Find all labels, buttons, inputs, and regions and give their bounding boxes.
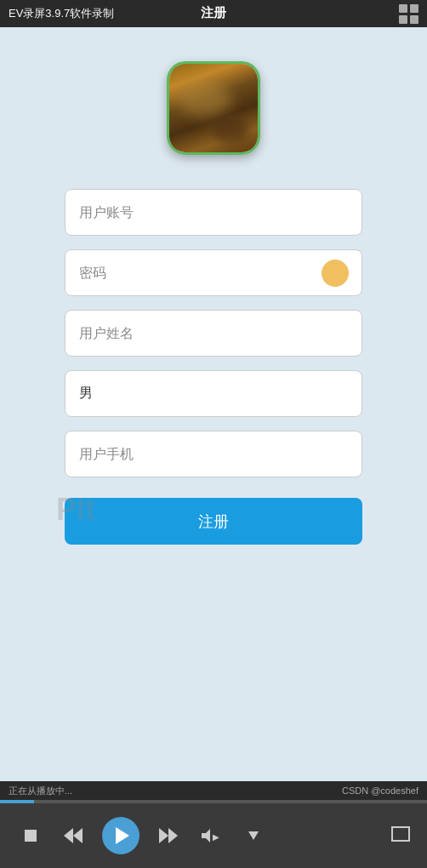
svg-rect-8 [392,827,409,841]
forward-button[interactable] [155,822,182,849]
fullscreen-button[interactable] [391,826,410,846]
progress-track[interactable] [0,800,427,803]
app-name-label: EV录屏3.9.7软件录制 [9,6,114,21]
stop-icon [23,828,38,843]
phone-input[interactable] [65,431,362,477]
svg-marker-7 [248,831,259,840]
window-dot-2 [410,4,418,13]
app-icon-image [169,64,258,152]
rewind-button[interactable] [60,822,87,849]
password-input[interactable] [65,249,362,296]
username-input[interactable] [65,189,362,236]
stop-button[interactable] [17,822,44,849]
window-dot-1 [399,4,407,13]
password-toggle-button[interactable] [322,260,349,287]
volume-dropdown-button[interactable] [240,822,267,849]
title-bar-left: EV录屏3.9.7软件录制 [9,6,114,21]
gender-input[interactable] [65,370,362,417]
media-player-bar: ▶ [0,800,427,868]
volume-icon: ▶ [202,828,220,843]
play-button[interactable] [102,817,139,854]
svg-marker-1 [73,828,83,843]
play-icon [116,827,129,844]
svg-marker-5 [202,829,210,842]
svg-marker-3 [159,828,168,843]
status-bar: 正在从播放中... CSDN @codeshef [0,781,427,800]
volume-button[interactable]: ▶ [197,822,225,849]
media-right-controls [391,826,410,846]
svg-marker-4 [168,828,178,843]
status-text: 正在从播放中... [9,785,72,797]
password-wrapper [65,249,362,296]
progress-fill [0,800,34,803]
register-button[interactable]: 注册 [65,498,362,545]
main-content: 注册 [0,27,427,800]
csdn-badge: CSDN @codeshef [342,785,418,796]
app-icon [167,61,260,155]
register-form: 注册 [65,189,362,545]
window-dot-4 [410,15,418,24]
window-controls[interactable] [399,4,418,24]
window-dot-3 [399,15,407,24]
forward-icon [159,828,178,843]
svg-text:▶: ▶ [213,832,219,842]
title-bar: EV录屏3.9.7软件录制 注册 [0,0,427,27]
name-input[interactable] [65,310,362,357]
media-controls-center: ▶ [17,817,267,854]
page-title: 注册 [201,5,226,21]
svg-rect-0 [25,830,37,842]
media-controls: ▶ [0,803,427,868]
chevron-down-icon [248,831,259,840]
svg-marker-2 [64,828,73,843]
fullscreen-icon [391,826,410,842]
rewind-icon [64,828,83,843]
title-bar-right [399,4,418,24]
